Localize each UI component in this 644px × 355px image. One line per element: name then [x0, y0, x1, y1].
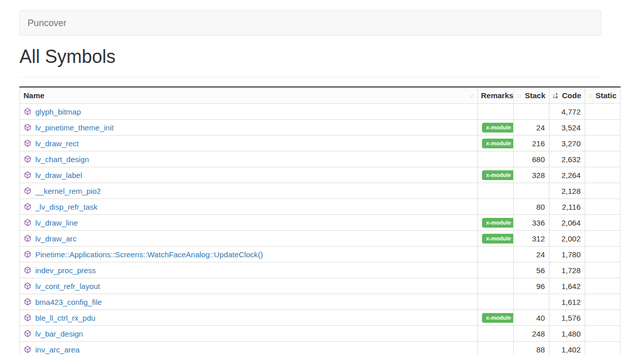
remark-badge: x-module [482, 234, 514, 243]
static-cell [585, 342, 620, 355]
code-cell: 1,728 [549, 262, 585, 278]
column-header-stack[interactable]: ↓↑ Stack [514, 87, 549, 104]
name-cell: ble_ll_ctrl_rx_pdu [20, 310, 478, 326]
static-cell [585, 120, 620, 136]
sort-icon[interactable]: ↓↑ [588, 92, 592, 99]
symbol-link[interactable]: lv_draw_line [35, 218, 78, 227]
navbar: Puncover [19, 10, 602, 36]
column-header-name[interactable]: Name ↓↑ [20, 87, 478, 104]
brand-link[interactable]: Puncover [20, 18, 66, 29]
symbol-link[interactable]: bma423_config_file [35, 298, 102, 306]
symbol-link[interactable]: ble_ll_ctrl_rx_pdu [35, 314, 96, 322]
remarks-cell: x-module [478, 167, 514, 183]
package-icon [24, 330, 31, 337]
name-cell: lv_draw_line [20, 215, 478, 231]
table-row: Pinetime::Applications::Screens::WatchFa… [20, 247, 620, 262]
code-cell: 2,064 [549, 215, 585, 231]
stack-cell: 216 [514, 136, 549, 151]
stack-cell [514, 104, 549, 120]
symbol-link[interactable]: lv_cont_refr_layout [35, 282, 100, 291]
name-cell: lv_chart_design [20, 151, 478, 167]
stack-cell: 680 [514, 151, 549, 167]
page-title: All Symbols [19, 46, 644, 68]
symbol-link[interactable]: glyph_bitmap [35, 107, 81, 116]
symbol-link[interactable]: lv_draw_rect [35, 139, 79, 148]
symbol-link[interactable]: lv_draw_arc [35, 234, 77, 243]
code-cell: 1,480 [549, 326, 585, 342]
symbol-link[interactable]: lv_bar_design [35, 329, 83, 338]
table-row: lv_draw_arc x-module 312 2,002 [20, 231, 620, 247]
name-cell: indev_proc_press [20, 262, 478, 278]
code-cell: 3,270 [549, 136, 585, 151]
package-icon [24, 251, 31, 258]
static-cell [585, 231, 620, 247]
symbol-link[interactable]: _lv_disp_refr_task [35, 203, 98, 211]
name-cell: inv_arc_area [20, 342, 478, 355]
remarks-cell [478, 151, 514, 167]
code-cell: 1,576 [549, 310, 585, 326]
code-cell: 1,612 [549, 294, 585, 310]
symbol-link[interactable]: lv_pinetime_theme_init [35, 123, 113, 132]
stack-cell: 328 [514, 167, 549, 183]
stack-cell: 96 [514, 278, 549, 294]
remarks-cell [478, 183, 514, 199]
sort-icon[interactable]: ↓↑ [516, 92, 521, 99]
stack-cell: 248 [514, 326, 549, 342]
code-cell: 1,402 [549, 342, 585, 355]
stack-cell: 24 [514, 120, 549, 136]
column-header-code[interactable]: ↓ z a Code [549, 87, 585, 104]
stack-cell: 40 [514, 310, 549, 326]
table-row: lv_chart_design 680 2,632 [20, 151, 620, 167]
symbol-link[interactable]: inv_arc_area [35, 345, 80, 354]
symbol-link[interactable]: lv_chart_design [35, 155, 89, 164]
symbol-link[interactable]: indev_proc_press [35, 266, 96, 275]
table-row: glyph_bitmap 4,772 [20, 104, 620, 120]
remarks-cell [478, 294, 514, 310]
stack-cell: 88 [514, 342, 549, 355]
remarks-cell [478, 262, 514, 278]
remarks-cell [478, 199, 514, 215]
code-cell: 2,632 [549, 151, 585, 167]
symbol-link[interactable]: Pinetime::Applications::Screens::WatchFa… [35, 250, 263, 259]
table-row: __kernel_rem_pio2 2,128 [20, 183, 620, 199]
code-cell: 2,264 [549, 167, 585, 183]
page-container: Puncover All Symbols Name ↓↑ Remarks [0, 0, 644, 355]
column-header-static[interactable]: ↓↑ Static [585, 87, 620, 104]
table-row: ble_ll_ctrl_rx_pdu x-module 40 1,576 [20, 310, 620, 326]
table-row: lv_draw_label x-module 328 2,264 [20, 167, 620, 183]
symbols-table: Name ↓↑ Remarks ↓↑ Stack [19, 86, 620, 355]
name-cell: lv_pinetime_theme_init [20, 120, 478, 136]
package-icon [24, 156, 31, 163]
name-cell: lv_bar_design [20, 326, 478, 342]
remark-badge: x-module [482, 139, 514, 148]
table-row: lv_bar_design 248 1,480 [20, 326, 620, 342]
remark-badge: x-module [482, 313, 514, 322]
remarks-cell [478, 278, 514, 294]
name-cell: lv_draw_label [20, 167, 478, 183]
table-row: lv_draw_line x-module 336 2,064 [20, 215, 620, 231]
stack-cell: 24 [514, 247, 549, 262]
stack-cell [514, 183, 549, 199]
remark-badge: x-module [482, 123, 514, 132]
static-cell [585, 151, 620, 167]
sort-desc-icon[interactable]: ↓ z a [552, 92, 558, 99]
code-cell: 2,128 [549, 183, 585, 199]
remarks-cell [478, 104, 514, 120]
static-cell [585, 167, 620, 183]
code-cell: 1,780 [549, 247, 585, 262]
package-icon [24, 219, 31, 226]
package-icon [24, 267, 31, 274]
remarks-cell: x-module [478, 136, 514, 151]
package-icon [24, 282, 31, 290]
static-cell [585, 278, 620, 294]
symbol-link[interactable]: __kernel_rem_pio2 [35, 187, 101, 195]
static-cell [585, 247, 620, 262]
package-icon [24, 235, 31, 242]
symbol-link[interactable]: lv_draw_label [35, 171, 82, 180]
divider [19, 77, 602, 77]
static-cell [585, 104, 620, 120]
table-header: Name ↓↑ Remarks ↓↑ Stack [20, 87, 620, 104]
column-label: Remarks [481, 91, 513, 100]
stack-cell [514, 294, 549, 310]
sort-icon[interactable]: ↓↑ [469, 92, 474, 99]
